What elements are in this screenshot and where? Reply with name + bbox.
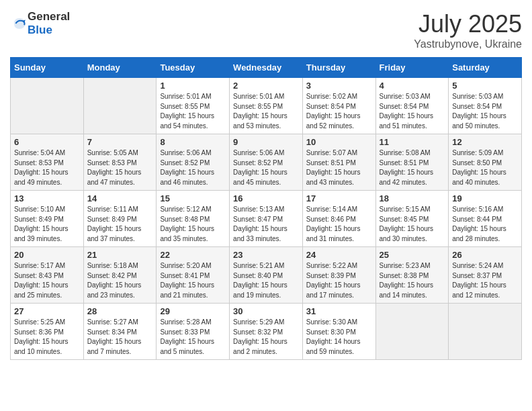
page-header: General Blue July 2025 Yastrubynove, Ukr…: [10, 10, 522, 50]
day-number: 29: [160, 306, 226, 316]
day-detail: Sunrise: 5:03 AMSunset: 8:54 PMDaylight:…: [452, 93, 506, 130]
calendar-cell: 17Sunrise: 5:14 AMSunset: 8:46 PMDayligh…: [302, 191, 375, 247]
weekday-header: Sunday: [11, 58, 84, 78]
day-detail: Sunrise: 5:23 AMSunset: 8:38 PMDaylight:…: [380, 262, 434, 299]
day-number: 9: [233, 137, 299, 147]
day-number: 5: [452, 81, 518, 91]
weekday-header: Thursday: [302, 58, 375, 78]
calendar-cell: 14Sunrise: 5:11 AMSunset: 8:49 PMDayligh…: [83, 191, 157, 247]
calendar-cell: 27Sunrise: 5:25 AMSunset: 8:36 PMDayligh…: [11, 304, 84, 360]
weekday-header: Monday: [83, 58, 157, 78]
calendar-cell: 10Sunrise: 5:07 AMSunset: 8:51 PMDayligh…: [302, 134, 375, 191]
day-detail: Sunrise: 5:16 AMSunset: 8:44 PMDaylight:…: [452, 205, 506, 242]
day-number: 2: [233, 81, 299, 91]
day-detail: Sunrise: 5:18 AMSunset: 8:42 PMDaylight:…: [87, 262, 142, 299]
calendar-cell: 20Sunrise: 5:17 AMSunset: 8:43 PMDayligh…: [11, 247, 84, 304]
calendar-cell: 12Sunrise: 5:09 AMSunset: 8:50 PMDayligh…: [449, 134, 522, 191]
day-number: 16: [233, 193, 299, 203]
day-number: 26: [452, 250, 518, 260]
day-detail: Sunrise: 5:09 AMSunset: 8:50 PMDaylight:…: [452, 149, 506, 186]
day-detail: Sunrise: 5:29 AMSunset: 8:32 PMDaylight:…: [233, 318, 287, 355]
day-number: 11: [380, 137, 445, 147]
day-detail: Sunrise: 5:05 AMSunset: 8:53 PMDaylight:…: [87, 149, 142, 186]
day-number: 18: [380, 193, 445, 203]
day-number: 15: [160, 193, 226, 203]
day-number: 28: [87, 306, 153, 316]
calendar-cell: [375, 304, 449, 360]
logo-icon: [11, 15, 28, 32]
calendar-table: SundayMondayTuesdayWednesdayThursdayFrid…: [10, 57, 522, 360]
calendar-cell: 28Sunrise: 5:27 AMSunset: 8:34 PMDayligh…: [83, 304, 157, 360]
logo-general: General: [28, 10, 70, 23]
calendar-cell: 16Sunrise: 5:13 AMSunset: 8:47 PMDayligh…: [230, 191, 303, 247]
weekday-header: Saturday: [449, 58, 522, 78]
calendar-cell: 4Sunrise: 5:03 AMSunset: 8:54 PMDaylight…: [375, 78, 449, 134]
day-detail: Sunrise: 5:11 AMSunset: 8:49 PMDaylight:…: [87, 205, 142, 242]
calendar-week-row: 1Sunrise: 5:01 AMSunset: 8:55 PMDaylight…: [11, 78, 522, 134]
day-detail: Sunrise: 5:24 AMSunset: 8:37 PMDaylight:…: [452, 262, 506, 299]
calendar-cell: 9Sunrise: 5:06 AMSunset: 8:52 PMDaylight…: [230, 134, 303, 191]
day-detail: Sunrise: 5:06 AMSunset: 8:52 PMDaylight:…: [160, 149, 214, 186]
calendar-cell: 30Sunrise: 5:29 AMSunset: 8:32 PMDayligh…: [230, 304, 303, 360]
calendar-cell: 22Sunrise: 5:20 AMSunset: 8:41 PMDayligh…: [157, 247, 230, 304]
day-number: 19: [452, 193, 518, 203]
day-detail: Sunrise: 5:15 AMSunset: 8:45 PMDaylight:…: [380, 205, 434, 242]
calendar-cell: [449, 304, 522, 360]
calendar-cell: 5Sunrise: 5:03 AMSunset: 8:54 PMDaylight…: [449, 78, 522, 134]
calendar-cell: 31Sunrise: 5:30 AMSunset: 8:30 PMDayligh…: [302, 304, 375, 360]
calendar-cell: 3Sunrise: 5:02 AMSunset: 8:54 PMDaylight…: [302, 78, 375, 134]
day-detail: Sunrise: 5:25 AMSunset: 8:36 PMDaylight:…: [14, 318, 69, 355]
day-number: 27: [14, 306, 80, 316]
day-detail: Sunrise: 5:07 AMSunset: 8:51 PMDaylight:…: [306, 149, 361, 186]
day-detail: Sunrise: 5:01 AMSunset: 8:55 PMDaylight:…: [233, 93, 287, 130]
day-number: 12: [452, 137, 518, 147]
day-number: 3: [306, 81, 372, 91]
calendar-week-row: 6Sunrise: 5:04 AMSunset: 8:53 PMDaylight…: [11, 134, 522, 191]
day-number: 21: [87, 250, 153, 260]
calendar-cell: 6Sunrise: 5:04 AMSunset: 8:53 PMDaylight…: [11, 134, 84, 191]
calendar-cell: 7Sunrise: 5:05 AMSunset: 8:53 PMDaylight…: [83, 134, 157, 191]
day-number: 4: [380, 81, 445, 91]
weekday-header: Tuesday: [157, 58, 230, 78]
title-block: July 2025 Yastrubynove, Ukraine: [414, 10, 522, 50]
day-detail: Sunrise: 5:22 AMSunset: 8:39 PMDaylight:…: [306, 262, 361, 299]
calendar-cell: 2Sunrise: 5:01 AMSunset: 8:55 PMDaylight…: [230, 78, 303, 134]
day-number: 25: [380, 250, 445, 260]
day-number: 1: [160, 81, 226, 91]
day-detail: Sunrise: 5:20 AMSunset: 8:41 PMDaylight:…: [160, 262, 214, 299]
day-detail: Sunrise: 5:21 AMSunset: 8:40 PMDaylight:…: [233, 262, 287, 299]
day-number: 23: [233, 250, 299, 260]
day-number: 30: [233, 306, 299, 316]
calendar-cell: 11Sunrise: 5:08 AMSunset: 8:51 PMDayligh…: [375, 134, 449, 191]
calendar-cell: [11, 78, 84, 134]
day-number: 13: [14, 193, 80, 203]
day-number: 17: [306, 193, 372, 203]
weekday-header: Friday: [375, 58, 449, 78]
day-detail: Sunrise: 5:27 AMSunset: 8:34 PMDaylight:…: [87, 318, 142, 355]
day-detail: Sunrise: 5:03 AMSunset: 8:54 PMDaylight:…: [380, 93, 434, 130]
day-detail: Sunrise: 5:17 AMSunset: 8:43 PMDaylight:…: [14, 262, 69, 299]
calendar-cell: 13Sunrise: 5:10 AMSunset: 8:49 PMDayligh…: [11, 191, 84, 247]
day-detail: Sunrise: 5:02 AMSunset: 8:54 PMDaylight:…: [306, 93, 361, 130]
logo: General Blue: [10, 10, 70, 37]
day-number: 6: [14, 137, 80, 147]
day-detail: Sunrise: 5:01 AMSunset: 8:55 PMDaylight:…: [160, 93, 214, 130]
day-number: 7: [87, 137, 153, 147]
calendar-cell: 26Sunrise: 5:24 AMSunset: 8:37 PMDayligh…: [449, 247, 522, 304]
calendar-cell: 21Sunrise: 5:18 AMSunset: 8:42 PMDayligh…: [83, 247, 157, 304]
weekday-header-row: SundayMondayTuesdayWednesdayThursdayFrid…: [11, 58, 522, 78]
day-number: 22: [160, 250, 226, 260]
weekday-header: Wednesday: [230, 58, 303, 78]
day-detail: Sunrise: 5:14 AMSunset: 8:46 PMDaylight:…: [306, 205, 361, 242]
day-detail: Sunrise: 5:06 AMSunset: 8:52 PMDaylight:…: [233, 149, 287, 186]
calendar-cell: 1Sunrise: 5:01 AMSunset: 8:55 PMDaylight…: [157, 78, 230, 134]
day-detail: Sunrise: 5:04 AMSunset: 8:53 PMDaylight:…: [14, 149, 69, 186]
calendar-cell: 25Sunrise: 5:23 AMSunset: 8:38 PMDayligh…: [375, 247, 449, 304]
day-detail: Sunrise: 5:10 AMSunset: 8:49 PMDaylight:…: [14, 205, 69, 242]
day-number: 10: [306, 137, 372, 147]
day-detail: Sunrise: 5:28 AMSunset: 8:33 PMDaylight:…: [160, 318, 214, 355]
day-detail: Sunrise: 5:12 AMSunset: 8:48 PMDaylight:…: [160, 205, 214, 242]
calendar-week-row: 13Sunrise: 5:10 AMSunset: 8:49 PMDayligh…: [11, 191, 522, 247]
sub-title: Yastrubynove, Ukraine: [414, 38, 522, 50]
day-number: 14: [87, 193, 153, 203]
